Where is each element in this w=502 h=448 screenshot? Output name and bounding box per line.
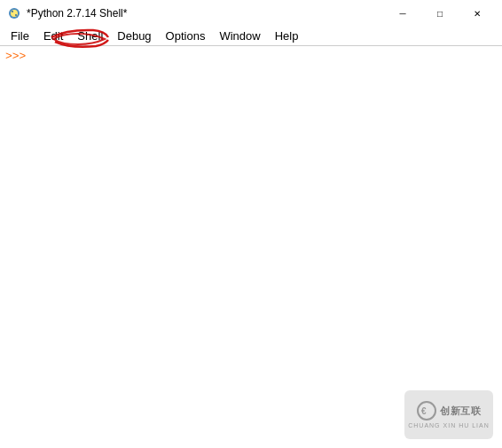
menu-item-shell[interactable]: Shell	[70, 28, 110, 44]
menu-item-file[interactable]: File	[4, 28, 36, 44]
watermark-text2: CHUANG XIN HU LIAN	[408, 422, 490, 428]
title-bar-controls: ─ □ ✕	[385, 4, 495, 22]
svg-point-2	[12, 11, 13, 12]
svg-text:€: €	[421, 406, 427, 416]
menu-item-window[interactable]: Window	[212, 28, 267, 44]
menu-item-debug[interactable]: Debug	[110, 28, 158, 44]
watermark: € 创新互联 CHUANG XIN HU LIAN	[404, 390, 493, 439]
maximize-button[interactable]: □	[422, 4, 458, 22]
menu-item-edit[interactable]: Edit	[36, 28, 70, 44]
watermark-logo: € 创新互联	[417, 401, 481, 420]
watermark-inner: € 创新互联 CHUANG XIN HU LIAN	[404, 390, 493, 439]
svg-point-3	[15, 14, 17, 16]
close-button[interactable]: ✕	[459, 4, 495, 22]
menu-item-help[interactable]: Help	[268, 28, 306, 44]
title-bar-left: *Python 2.7.14 Shell*	[7, 6, 127, 20]
shell-area[interactable]: >>>	[0, 46, 502, 67]
minimize-button[interactable]: ─	[385, 4, 420, 22]
svg-point-1	[11, 10, 18, 17]
title-text: *Python 2.7.14 Shell*	[27, 7, 127, 20]
menu-item-options[interactable]: Options	[159, 28, 213, 44]
prompt-line: >>>	[5, 50, 497, 63]
title-bar: *Python 2.7.14 Shell* ─ □ ✕	[0, 0, 502, 27]
menu-bar: File Edit Shell Debug Options Window Hel…	[0, 27, 502, 46]
shell-prompt: >>>	[5, 50, 26, 63]
app-icon	[7, 6, 21, 20]
watermark-text1: 创新互联	[440, 405, 481, 418]
watermark-circle-icon: €	[417, 401, 436, 420]
annotation-overlay	[0, 0, 502, 448]
